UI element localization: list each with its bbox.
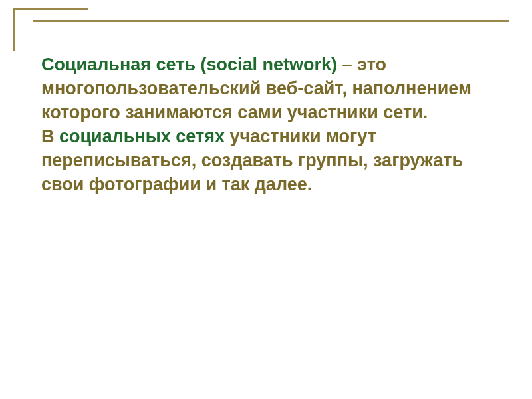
top-rule bbox=[33, 20, 509, 22]
link-highlight: социальных сетях bbox=[59, 126, 225, 146]
sentence2-prefix: В bbox=[41, 126, 59, 146]
term-highlight: Социальная сеть (social network) bbox=[41, 55, 337, 74]
corner-decoration bbox=[13, 8, 88, 51]
body-text: Социальная сеть (social network) – это м… bbox=[41, 53, 500, 196]
slide: Социальная сеть (social network) – это м… bbox=[0, 0, 532, 399]
